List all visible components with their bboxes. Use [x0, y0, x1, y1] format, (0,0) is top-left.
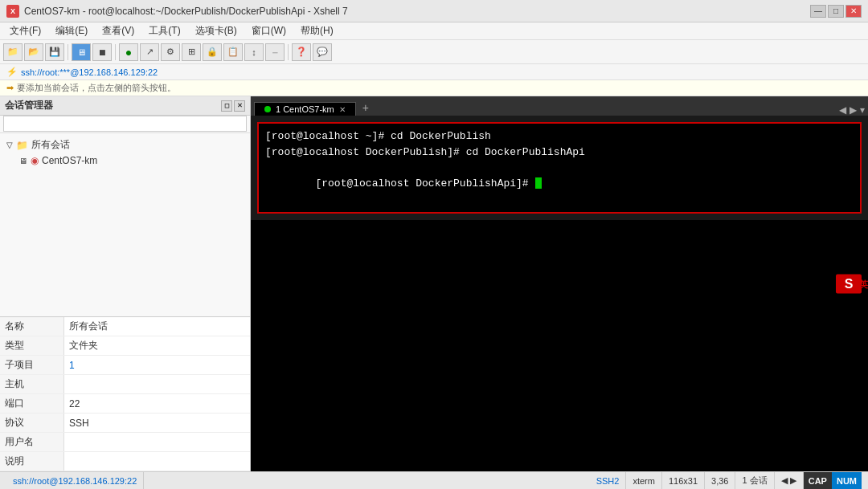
session-tree: ▽ 📁 所有会话 🖥 ◉ CentOS7-km	[0, 133, 250, 316]
sidebar-dock-button[interactable]: ◻	[221, 100, 232, 112]
terminal-line-1: [root@localhost ~]# cd DockerPublish	[265, 128, 854, 145]
prop-value: 22	[64, 398, 250, 410]
app-icon: X	[6, 5, 19, 18]
menu-item-工具[interactable]: 工具(T)	[142, 22, 186, 39]
centos-session-label: CentOS7-km	[42, 155, 97, 166]
terminal-line-2: [root@localhost DockerPublish]# cd Docke…	[265, 145, 854, 161]
session-search-input[interactable]	[3, 116, 247, 132]
prop-value: 文件夹	[64, 339, 250, 352]
session-icon: ◉	[31, 155, 39, 166]
disconnect-button[interactable]: ⏹	[92, 43, 112, 61]
tab-menu-icon[interactable]: ▾	[860, 104, 865, 116]
new-session-button[interactable]: 📁	[3, 43, 23, 61]
status-sessions: 1 会话	[735, 472, 774, 489]
tool-button-4[interactable]: ↕	[244, 43, 264, 61]
menu-item-编辑[interactable]: 编辑(E)	[49, 22, 94, 39]
property-row: 协议SSH	[0, 414, 250, 433]
status-arrows: ◀ ▶	[775, 472, 804, 489]
toolbar: 📁 📂 💾 🖥 ⏹ ● ↗ ⚙ ⊞ 🔒 📋 ↕ ⏤ ❓ 💬	[0, 40, 868, 64]
title-bar: X CentOS7-km - root@localhost:~/DockerPu…	[0, 0, 868, 22]
ime-indicator: S 英	[859, 278, 868, 290]
status-bar: ssh://root@192.168.146.129:22 SSH2 xterm…	[0, 471, 868, 489]
main-area: 会话管理器 ◻ ✕ ▽ 📁 所有会话 🖥 ◉ CentOS7-km 名称所有会话…	[0, 96, 868, 471]
property-row: 用户名	[0, 433, 250, 452]
property-row: 类型文件夹	[0, 336, 250, 356]
open-button[interactable]: 📂	[24, 43, 43, 61]
prop-value: SSH	[64, 418, 250, 429]
property-row: 说明	[0, 452, 250, 471]
all-sessions-label: 所有会话	[31, 138, 70, 152]
centos-session-item[interactable]: 🖥 ◉ CentOS7-km	[3, 153, 247, 168]
tree-root-item[interactable]: ▽ 📁 所有会话	[3, 137, 247, 153]
toolbar-separator-1	[68, 44, 68, 60]
server-icon: 🖥	[19, 157, 27, 165]
minimize-button[interactable]: —	[810, 5, 826, 18]
settings-button[interactable]: ●	[119, 43, 138, 61]
prop-label: 用户名	[0, 433, 64, 451]
prop-label: 说明	[0, 452, 64, 471]
prop-label: 主机	[0, 375, 64, 393]
ssh-icon: ⚡	[6, 67, 18, 77]
lock-button[interactable]: 🔒	[203, 43, 222, 61]
menu-item-查看[interactable]: 查看(V)	[96, 22, 141, 39]
terminal-background[interactable]	[251, 220, 868, 472]
s-logo: S	[836, 275, 862, 294]
menu-bar: 文件(F)编辑(E)查看(V)工具(T)选项卡(B)窗口(W)帮助(H)	[0, 22, 868, 40]
chat-button[interactable]: 💬	[313, 43, 332, 61]
note-icon: ➡	[6, 83, 14, 93]
status-term: xterm	[626, 472, 662, 489]
menu-item-帮助[interactable]: 帮助(H)	[294, 22, 340, 39]
help-button[interactable]: ❓	[292, 43, 311, 61]
terminal-cursor	[535, 177, 542, 189]
status-position: 3,36	[705, 472, 735, 489]
status-ssh-address: ssh://root@192.168.146.129:22	[6, 472, 144, 489]
tab-active-indicator	[264, 106, 271, 112]
menu-item-窗口[interactable]: 窗口(W)	[245, 22, 293, 39]
status-size: 116x31	[662, 472, 705, 489]
connect-button[interactable]: 🖥	[72, 43, 91, 61]
prop-value: 所有会话	[64, 320, 250, 333]
tab-close-icon[interactable]: ✕	[339, 105, 346, 114]
note-bar: ➡ 要添加当前会话，点击左侧的箭头按钮。	[0, 80, 868, 96]
property-row: 端口22	[0, 394, 250, 414]
sidebar: 会话管理器 ◻ ✕ ▽ 📁 所有会话 🖥 ◉ CentOS7-km 名称所有会话…	[0, 96, 251, 471]
prop-label: 名称	[0, 317, 64, 336]
ssh-address: ssh://root:***@192.168.146.129:22	[21, 67, 158, 77]
window-controls: — □ ✕	[810, 5, 862, 18]
close-button[interactable]: ✕	[845, 5, 862, 18]
tab-bar: 1 CentOS7-km ✕ + ◀ ▶ ▾	[251, 96, 868, 116]
menu-item-文件[interactable]: 文件(F)	[3, 22, 47, 39]
new-tab-button[interactable]: +	[356, 100, 375, 116]
status-protocol: SSH2	[590, 472, 627, 489]
ssh-bar: ⚡ ssh://root:***@192.168.146.129:22	[0, 64, 868, 80]
tab-navigation: ◀ ▶ ▾	[839, 104, 865, 116]
tool-button-5[interactable]: ⏤	[265, 43, 285, 61]
prop-value: 1	[64, 360, 250, 371]
window-title: CentOS7-km - root@localhost:~/DockerPubl…	[24, 6, 810, 17]
sidebar-header: 会话管理器 ◻ ✕	[0, 96, 250, 116]
terminal-area: 1 CentOS7-km ✕ + ◀ ▶ ▾ [root@localhost ~…	[251, 96, 868, 471]
clipboard-button[interactable]: 📋	[223, 43, 243, 61]
terminal-tab-1[interactable]: 1 CentOS7-km ✕	[254, 102, 356, 116]
tool-button-3[interactable]: ⊞	[182, 43, 201, 61]
property-row: 主机	[0, 375, 250, 394]
save-button[interactable]: 💾	[45, 43, 64, 61]
tab-next-icon[interactable]: ▶	[850, 104, 857, 116]
tool-button-2[interactable]: ⚙	[161, 43, 180, 61]
sidebar-close-button[interactable]: ✕	[234, 100, 245, 112]
prop-label: 端口	[0, 394, 64, 413]
tool-button-1[interactable]: ↗	[140, 43, 159, 61]
folder-icon: 📁	[16, 140, 28, 151]
prop-label: 子项目	[0, 356, 64, 374]
tab-prev-icon[interactable]: ◀	[839, 104, 846, 116]
sidebar-controls: ◻ ✕	[221, 100, 245, 112]
sidebar-title: 会话管理器	[5, 99, 53, 112]
expand-icon: ▽	[6, 141, 13, 149]
menu-item-选项卡[interactable]: 选项卡(B)	[189, 22, 244, 39]
terminal-output-box: [root@localhost ~]# cd DockerPublish [ro…	[257, 122, 862, 214]
terminal-line-3: [root@localhost DockerPublishApi]#	[265, 160, 854, 207]
prop-label: 类型	[0, 336, 64, 355]
maximize-button[interactable]: □	[828, 5, 844, 18]
property-row: 名称所有会话	[0, 317, 250, 336]
properties-panel: 名称所有会话类型文件夹子项目1主机端口22协议SSH用户名说明	[0, 316, 250, 471]
